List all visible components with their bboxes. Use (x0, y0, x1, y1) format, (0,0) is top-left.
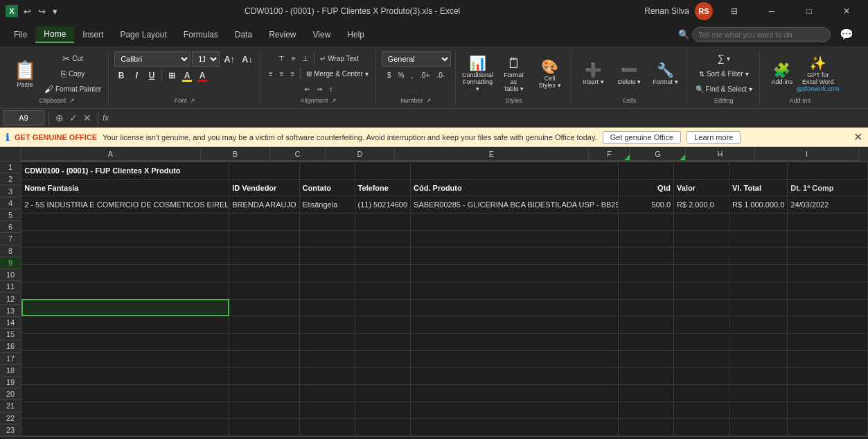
percent-button[interactable]: % (396, 68, 407, 82)
number-launcher[interactable]: ↗ (426, 97, 432, 104)
row-header-2[interactable]: 2 (0, 173, 21, 185)
cell-c3[interactable]: Elisângela (299, 196, 355, 214)
cell-d1[interactable] (355, 162, 411, 180)
row-header-22[interactable]: 22 (0, 413, 21, 424)
tab-home[interactable]: Home (35, 26, 74, 43)
col-header-g[interactable]: G (630, 147, 686, 161)
alignment-launcher[interactable]: ↗ (331, 97, 337, 104)
font-color-button[interactable]: A (195, 69, 209, 83)
col-header-f[interactable]: F (589, 147, 630, 161)
format-as-table-button[interactable]: 🗒 Format asTable ▾ (497, 54, 531, 94)
cell-d3[interactable]: (11) 50214600 (355, 196, 411, 214)
cell-f3[interactable]: 500.0 (619, 196, 674, 214)
cell-h3[interactable]: R$ 1.000.000,0 (729, 196, 788, 214)
col-header-e[interactable]: E (395, 147, 589, 161)
row-header-9[interactable]: 9 (0, 257, 21, 269)
cell-b1[interactable] (229, 162, 299, 180)
col-header-c[interactable]: C (270, 147, 326, 161)
delete-button[interactable]: ➖ Delete ▾ (613, 60, 646, 87)
comma-button[interactable]: , (409, 68, 416, 82)
search-input[interactable] (692, 27, 831, 42)
tab-data[interactable]: Data (227, 27, 260, 42)
row-header-10[interactable]: 10 (0, 269, 21, 281)
copy-button[interactable]: ⎘Copy (42, 67, 104, 80)
row-header-23[interactable]: 23 (0, 424, 21, 436)
row-header-18[interactable]: 18 (0, 365, 21, 377)
col-header-h[interactable]: H (686, 147, 755, 161)
format-button[interactable]: 🔧 Format ▾ (649, 60, 682, 87)
addins-button[interactable]: 🧩 Add-ins (765, 60, 799, 87)
user-avatar[interactable]: RS (695, 2, 713, 20)
underline-button[interactable]: U (145, 69, 159, 83)
cancel-formula-button[interactable]: ✕ (81, 112, 94, 123)
cell-a6[interactable] (21, 248, 229, 265)
align-top-button[interactable]: ⊤ (276, 51, 287, 65)
row-header-20[interactable]: 20 (0, 388, 21, 400)
row-header-17[interactable]: 17 (0, 353, 21, 365)
col-header-b[interactable]: B (201, 147, 270, 161)
cell-g2[interactable]: Valor (674, 179, 729, 196)
cell-i1[interactable] (788, 162, 868, 180)
align-right-button[interactable]: ≡ (288, 67, 298, 80)
maximize-button[interactable]: □ (793, 0, 825, 22)
bold-button[interactable]: B (114, 69, 128, 83)
cell-f2[interactable]: Qtd (619, 179, 674, 196)
find-select-button[interactable]: 🔍 Find & Select ▾ (693, 82, 755, 96)
text-direction-button[interactable]: ↕ (326, 82, 335, 96)
autosum-button[interactable]: ∑ ▾ (715, 51, 733, 65)
cell-a2[interactable]: Nome Fantasia (21, 179, 229, 196)
increase-font-button[interactable]: A↑ (221, 52, 238, 66)
clipboard-launcher[interactable]: ↗ (69, 97, 75, 104)
cell-d2[interactable]: Telefone (355, 179, 411, 196)
row-header-7[interactable]: 7 (0, 233, 21, 245)
tab-insert[interactable]: Insert (74, 27, 112, 42)
notification-close[interactable]: ✕ (853, 130, 862, 144)
cell-reference[interactable] (3, 110, 44, 126)
tab-review[interactable]: Review (260, 27, 304, 42)
tab-view[interactable]: View (305, 27, 339, 42)
cell-f1[interactable] (619, 162, 674, 180)
formula-input[interactable] (112, 113, 865, 123)
increase-indent-button[interactable]: ⇒ (314, 82, 325, 96)
tab-page-layout[interactable]: Page Layout (112, 27, 175, 42)
row-header-5[interactable]: 5 (0, 209, 21, 221)
row-header-8[interactable]: 8 (0, 246, 21, 257)
cell-a10[interactable] (21, 316, 229, 334)
cell-e3[interactable]: SABER00285 - GLICERINA BCA BIDESTILADA U… (411, 196, 619, 214)
font-size-select[interactable]: 11 (192, 51, 220, 67)
decrease-decimal-button[interactable]: .0- (434, 68, 448, 82)
sort-filter-button[interactable]: ⇅ Sort & Filter ▾ (696, 67, 752, 80)
cell-h1[interactable] (729, 162, 788, 180)
row-header-6[interactable]: 6 (0, 221, 21, 233)
insert-button[interactable]: ➕ Insert ▾ (577, 60, 610, 87)
conditional-formatting-button[interactable]: 📊 ConditionalFormatting ▾ (461, 53, 495, 94)
minimize-button[interactable]: ─ (756, 0, 788, 22)
italic-button[interactable]: I (130, 69, 143, 83)
cell-g1[interactable] (674, 162, 729, 180)
cell-styles-button[interactable]: 🎨 CellStyles ▾ (533, 57, 567, 90)
comment-button[interactable]: 💬 (831, 24, 862, 46)
row-header-12[interactable]: 12 (0, 293, 21, 304)
row-header-15[interactable]: 15 (0, 329, 21, 341)
cell-c2[interactable]: Contato (299, 179, 355, 196)
col-header-a[interactable]: A (21, 147, 201, 161)
row-header-13[interactable]: 13 (0, 305, 21, 317)
cut-button[interactable]: ✂Cut (42, 51, 104, 65)
ribbon-display-button[interactable]: ⊟ (718, 0, 750, 22)
close-button[interactable]: ✕ (831, 0, 862, 22)
col-header-i[interactable]: I (755, 147, 859, 161)
cell-a3[interactable]: 2 - 5S INDUSTRIA E COMERCIO DE COSMETICO… (21, 196, 229, 214)
cell-a5[interactable] (21, 230, 229, 248)
function-wizard-button[interactable]: ⊕ (53, 112, 66, 123)
tab-formulas[interactable]: Formulas (175, 27, 227, 42)
font-name-select[interactable]: Calibri (114, 51, 191, 67)
cell-a4[interactable] (21, 214, 229, 231)
undo-button[interactable]: ↩ (21, 5, 34, 18)
row-header-14[interactable]: 14 (0, 317, 21, 329)
row-header-3[interactable]: 3 (0, 185, 21, 197)
cell-e2[interactable]: Cód. Produto (411, 179, 619, 196)
col-header-d[interactable]: D (326, 147, 395, 161)
cell-c1[interactable] (299, 162, 355, 180)
currency-button[interactable]: $ (384, 68, 394, 82)
get-genuine-button[interactable]: Get genuine Office (603, 131, 682, 144)
